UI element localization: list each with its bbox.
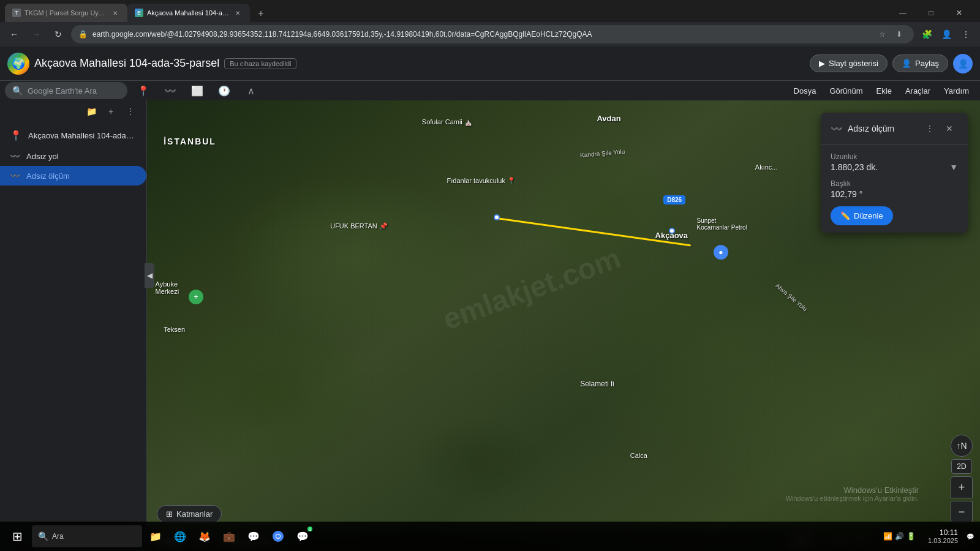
- more-options-button[interactable]: ⋮: [122, 103, 139, 120]
- measure-uzunluk-value: 1.880,23 dk.: [831, 162, 878, 172]
- minimize-button[interactable]: —: [889, 4, 916, 22]
- history-icon[interactable]: 🕐: [213, 80, 235, 102]
- content-area: 📁 + ⋮ 📍 Akçaova Mahallesi 104-ada-35-...…: [0, 100, 980, 551]
- taskbar-icon-explorer[interactable]: 📁: [145, 525, 167, 547]
- sidebar-toggle[interactable]: ◀: [145, 263, 154, 288]
- measure-panel-actions: ⋮ ✕: [921, 120, 958, 137]
- taskbar-icon-messenger[interactable]: 💬: [243, 525, 265, 547]
- menu-gorunum[interactable]: Görünüm: [823, 84, 869, 98]
- download-button[interactable]: ⬇: [892, 27, 907, 42]
- reload-button[interactable]: ↻: [49, 25, 67, 43]
- sidebar-item-adsiz-olcum[interactable]: 〰️ Adsız ölçüm: [0, 166, 146, 186]
- start-icon: ⊞: [12, 529, 23, 544]
- address-text: earth.google.com/web/@41.02794908,29.936…: [92, 30, 870, 39]
- search-box: 🔍: [5, 82, 127, 99]
- measure-panel-title: Adsız ölçüm: [848, 124, 916, 133]
- system-tray: 📶 🔊 🔋: [878, 530, 921, 543]
- search-input[interactable]: [28, 86, 130, 96]
- more-button[interactable]: ⋮: [957, 25, 975, 43]
- menu-yardim[interactable]: Yardım: [938, 84, 975, 98]
- tab-bar: T TKGM | Parsel Sorgu Uygulama... ✕ E Ak…: [0, 0, 980, 22]
- taskbar-search-icon: 🔍: [38, 531, 48, 541]
- blue-pin-sunpet[interactable]: ●: [714, 245, 728, 260]
- address-bar[interactable]: 🔒 earth.google.com/web/@41.02794908,29.9…: [71, 25, 914, 43]
- forward-button[interactable]: →: [27, 25, 45, 43]
- measure-edit-button[interactable]: ✏️ Düzenle: [831, 206, 893, 225]
- measure-baslik-value-row: 102,79 °: [831, 189, 958, 199]
- menu-araclar[interactable]: Araçlar: [899, 84, 937, 98]
- bookmark-button[interactable]: ☆: [875, 27, 889, 42]
- user-avatar[interactable]: 👤: [953, 54, 973, 73]
- clock[interactable]: 10:11 1.03.2025: [923, 526, 963, 547]
- taskbar-icon-chrome[interactable]: [267, 525, 289, 547]
- sidebar-item-icon-akcaova: 📍: [10, 130, 22, 141]
- address-bar-row: ← → ↻ 🔒 earth.google.com/web/@41.0279490…: [0, 22, 980, 47]
- taskbar-icon-whatsapp[interactable]: 💬 3: [292, 525, 314, 547]
- app-logo-icon: 🌍: [12, 57, 25, 70]
- map-controls-br: ↑N 2D + −: [951, 435, 973, 523]
- map-area[interactable]: Sofular Camii ⛪ Avdan İSTANBUL Fıdanlar …: [147, 100, 980, 551]
- menu-ekle[interactable]: Ekle: [870, 84, 898, 98]
- measure-panel-more-button[interactable]: ⋮: [921, 120, 938, 137]
- katmanlar-button[interactable]: ⊞ Katmanlar: [157, 505, 222, 523]
- green-pin-aybuke[interactable]: +: [189, 290, 203, 304]
- menu-bar: 🔍 📍 〰️ ⬜ 🕐 ∧ Dosya Görünüm Ekle Araçlar …: [0, 81, 980, 100]
- tab-earth[interactable]: E Akçaova Mahallesi 104-ada-35-... ✕: [127, 4, 250, 22]
- start-button[interactable]: ⊞: [5, 524, 29, 549]
- measure-panel-body: Uzunluk 1.880,23 dk. ▼ Başlık 102,79 °: [821, 145, 968, 233]
- app-title: Akçaova Mahallesi 104-ada-35-parsel: [34, 57, 219, 70]
- back-button[interactable]: ←: [5, 25, 23, 43]
- sidebar-item-icon-adsiz-olcum: 〰️: [10, 171, 20, 181]
- clock-date: 1.03.2025: [928, 537, 958, 544]
- measure-uzunluk-label: Uzunluk: [831, 152, 958, 161]
- notification-center[interactable]: 💬: [965, 524, 975, 549]
- taskbar-icon-teams[interactable]: 💼: [218, 525, 240, 547]
- measure-baslik-value: 102,79 °: [831, 189, 862, 199]
- sidebar-toolbar: 📁 + ⋮: [0, 100, 146, 125]
- menu-dosya[interactable]: Dosya: [788, 84, 823, 98]
- measure-panel-close-button[interactable]: ✕: [941, 120, 958, 137]
- measure-baslik-field: Başlık 102,79 °: [831, 179, 958, 199]
- tab-title-earth: Akçaova Mahallesi 104-ada-35-...: [147, 9, 229, 17]
- zoom-in-button[interactable]: +: [951, 476, 973, 498]
- polygon-icon[interactable]: ⬜: [186, 80, 208, 102]
- add-button[interactable]: +: [102, 103, 119, 120]
- katmanlar-label: Katmanlar: [176, 509, 213, 519]
- share-label: Paylaş: [915, 59, 939, 68]
- new-folder-button[interactable]: 📁: [83, 103, 100, 120]
- sidebar-item-adsiz-yol[interactable]: 〰️ Adsız yol: [0, 146, 146, 166]
- browser-chrome: T TKGM | Parsel Sorgu Uygulama... ✕ E Ak…: [0, 0, 980, 47]
- app-subtitle-badge[interactable]: Bu cihaza kaydedildi: [224, 58, 296, 69]
- sidebar-item-label-adsiz-olcum: Adsız ölçüm: [26, 171, 70, 181]
- expand-icon[interactable]: ∧: [240, 80, 262, 102]
- close-button[interactable]: ✕: [946, 4, 973, 22]
- profile-button[interactable]: 👤: [937, 25, 956, 43]
- road-badge-d826: D826: [663, 195, 685, 204]
- slideshow-button[interactable]: ▶ Slayt gösterisi: [810, 54, 888, 72]
- 2d-toggle-button[interactable]: 2D: [951, 459, 971, 474]
- tab-close-tkgm[interactable]: ✕: [110, 8, 120, 18]
- window-controls: — □ ✕: [889, 4, 975, 22]
- measure-panel-icon: 〰️: [831, 123, 843, 135]
- clock-time: 10:11: [928, 528, 958, 537]
- tab-favicon-tkgm: T: [12, 9, 21, 17]
- tab-close-earth[interactable]: ✕: [233, 8, 243, 18]
- taskbar-icon-edge[interactable]: 🌐: [169, 525, 191, 547]
- measure-uzunluk-dropdown[interactable]: ▼: [949, 162, 958, 172]
- search-icon: 🔍: [12, 86, 23, 96]
- taskbar-search[interactable]: 🔍 Ara: [32, 525, 142, 547]
- extensions-button[interactable]: 🧩: [918, 25, 936, 43]
- slideshow-label: Slayt gösterisi: [829, 59, 878, 68]
- measure-icon[interactable]: 〰️: [159, 80, 181, 102]
- compass-button[interactable]: ↑N: [951, 435, 973, 457]
- share-button[interactable]: 👤 Paylaş: [892, 54, 948, 72]
- measure-edit-icon: ✏️: [840, 211, 850, 220]
- zoom-out-button[interactable]: −: [951, 501, 973, 523]
- new-tab-button[interactable]: +: [252, 5, 270, 22]
- secure-icon: 🔒: [78, 30, 88, 39]
- sidebar-item-akcaova[interactable]: 📍 Akçaova Mahallesi 104-ada-35-...: [0, 125, 146, 146]
- place-pin-icon[interactable]: 📍: [132, 80, 154, 102]
- tab-tkgm[interactable]: T TKGM | Parsel Sorgu Uygulama... ✕: [5, 4, 127, 22]
- taskbar-icon-firefox[interactable]: 🦊: [194, 525, 216, 547]
- maximize-button[interactable]: □: [918, 4, 944, 22]
